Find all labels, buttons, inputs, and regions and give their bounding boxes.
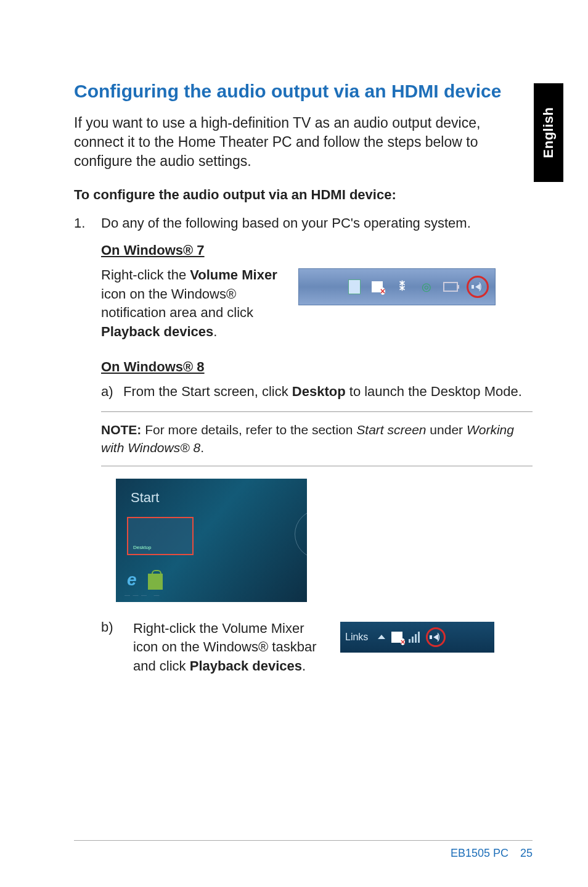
note-pre: For more details, refer to the section <box>141 423 356 437</box>
win8-b-post: . <box>302 658 306 674</box>
win7-text-post: . <box>213 324 217 339</box>
page-footer: EB1505 PC 25 <box>74 840 533 860</box>
win7-bold-playback: Playback devices <box>101 324 213 339</box>
note-italic-start-screen: Start screen <box>356 423 426 437</box>
note-box: NOTE: For more details, refer to the sec… <box>101 411 533 466</box>
intro-paragraph: If you want to use a high-definition TV … <box>74 113 481 171</box>
battery-icon <box>443 282 458 292</box>
bluetooth-icon: ⁑ <box>394 279 410 295</box>
desktop-tile-label: Desktop <box>133 545 151 550</box>
win8-a-post: to launch the Desktop Mode. <box>346 384 522 399</box>
document-icon <box>348 279 361 294</box>
screenshot-separator: — — — — <box>125 592 160 598</box>
speaker-icon-win8 <box>433 634 438 640</box>
win7-text-mid: icon on the Windows® notification area a… <box>101 286 253 321</box>
win8-b-body: Right-click the Volume Mixer icon on the… <box>133 619 330 676</box>
action-center-flag-icon-win8 <box>391 632 402 643</box>
win8-taskbar-screenshot: Links <box>340 622 494 653</box>
win8-b-marker: b) <box>101 619 123 635</box>
note-post: . <box>200 440 204 455</box>
language-tab: English <box>534 83 563 182</box>
action-center-flag-icon <box>369 279 385 295</box>
section-title: Configuring the audio output via an HDMI… <box>74 80 533 102</box>
win8-step-a: a) From the Start screen, click Desktop … <box>101 382 533 402</box>
network-bars-icon <box>409 632 420 643</box>
win8-a-body: From the Start screen, click Desktop to … <box>123 382 533 402</box>
step-1-text: Do any of the following based on your PC… <box>101 214 533 233</box>
show-hidden-icons-icon <box>378 635 385 639</box>
win7-instruction: Right-click the Volume Mixer icon on the… <box>101 266 286 342</box>
desktop-tile-highlight: Desktop <box>127 517 194 555</box>
win7-bold-volume-mixer: Volume Mixer <box>190 267 277 283</box>
links-label: Links <box>345 632 368 643</box>
start-screen-screenshot: Start Desktop e — — — — <box>116 479 307 602</box>
win8-a-bold-desktop: Desktop <box>292 384 346 399</box>
win7-heading: On Windows® 7 <box>101 242 533 258</box>
footer-model: EB1505 PC <box>451 847 508 859</box>
win8-a-pre: From the Start screen, click <box>123 384 292 399</box>
step-1: 1. Do any of the following based on your… <box>74 214 533 233</box>
step-1-marker: 1. <box>74 214 101 233</box>
win8-heading: On Windows® 8 <box>101 359 533 375</box>
magnifier-icon: ◎ <box>419 279 435 295</box>
start-label: Start <box>131 490 159 506</box>
ie-icon: e <box>127 570 137 590</box>
win8-a-marker: a) <box>101 382 123 402</box>
speaker-icon <box>475 284 480 290</box>
win7-text-pre: Right-click the <box>101 267 190 283</box>
win7-systray-screenshot: ⁑ ◎ <box>298 268 496 305</box>
procedure-heading: To configure the audio output via an HDM… <box>74 187 533 203</box>
win8-b-bold-playback: Playback devices <box>190 658 302 674</box>
language-tab-text: English <box>541 107 557 159</box>
volume-icon-highlight-win8 <box>426 627 446 647</box>
note-mid: under <box>427 423 467 437</box>
note-label: NOTE: <box>101 423 141 437</box>
store-icon <box>148 574 163 590</box>
footer-page-number: 25 <box>520 847 533 859</box>
volume-icon-highlight <box>467 276 489 298</box>
